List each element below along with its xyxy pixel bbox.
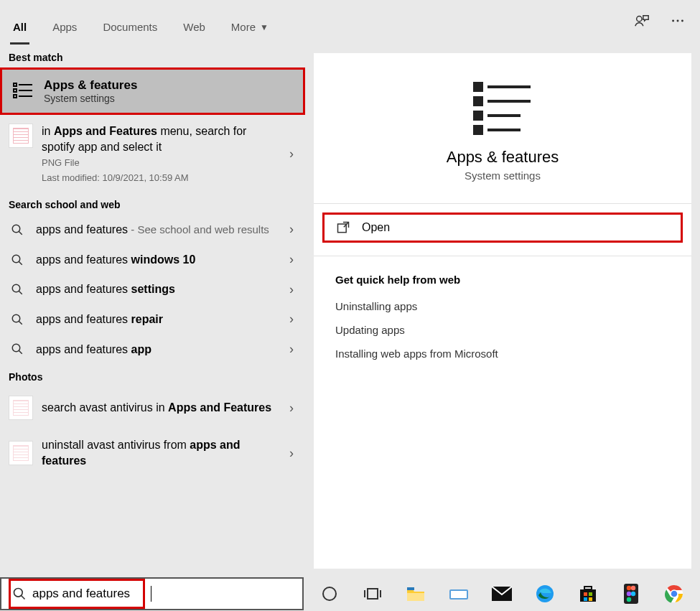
taskbar-keyboard-icon[interactable] xyxy=(443,579,475,608)
search-box[interactable] xyxy=(0,577,304,610)
taskbar-figma-icon[interactable] xyxy=(615,579,647,608)
search-scope-tabs: All Apps Documents Web More ▼ xyxy=(0,0,700,45)
open-label: Open xyxy=(362,221,390,234)
search-input[interactable] xyxy=(32,581,140,607)
chevron-right-icon[interactable]: › xyxy=(289,401,294,416)
more-options-icon[interactable] xyxy=(670,13,686,29)
apps-features-icon xyxy=(11,79,35,103)
svg-point-12 xyxy=(12,255,20,263)
search-icon xyxy=(12,587,27,601)
tab-more-label: More xyxy=(231,21,256,33)
svg-rect-24 xyxy=(475,112,482,119)
tab-all[interactable]: All xyxy=(10,14,29,45)
taskbar-microsoft-store-icon[interactable] xyxy=(572,579,604,608)
tab-documents[interactable]: Documents xyxy=(100,14,160,45)
help-link[interactable]: Uninstalling apps xyxy=(335,300,670,312)
apps-features-large-icon xyxy=(470,79,535,135)
file-result-title: in Apps and Features menu, search for sp… xyxy=(42,123,275,154)
svg-rect-38 xyxy=(451,591,467,598)
section-photos: Photos xyxy=(0,364,305,387)
tab-web[interactable]: Web xyxy=(180,14,208,45)
file-result[interactable]: in Apps and Features menu, search for sp… xyxy=(0,115,305,192)
search-icon xyxy=(9,223,26,236)
quick-help-header: Get quick help from web xyxy=(335,274,670,286)
text-cursor-icon xyxy=(151,586,151,602)
svg-line-17 xyxy=(19,321,22,325)
svg-point-48 xyxy=(627,586,631,590)
web-suggestion[interactable]: apps and features - See school and web r… xyxy=(0,215,305,245)
taskbar-cortana-icon[interactable] xyxy=(314,579,345,608)
suggestion-text: apps and features repair xyxy=(36,312,297,327)
svg-point-50 xyxy=(627,592,631,596)
help-link[interactable]: Installing web apps from Microsoft xyxy=(335,348,670,360)
detail-panel: Apps & features System settings Open Get… xyxy=(314,53,691,569)
chevron-right-icon[interactable]: › xyxy=(289,312,294,327)
file-result-modified: Last modified: 10/9/2021, 10:59 AM xyxy=(42,172,275,183)
svg-point-16 xyxy=(12,314,20,322)
best-match-result[interactable]: Apps & features System settings xyxy=(0,67,305,115)
suggestion-text: apps and features - See school and web r… xyxy=(36,222,297,238)
photo-thumbnail-icon xyxy=(9,441,33,465)
web-suggestion[interactable]: apps and features repair › xyxy=(0,304,305,335)
file-thumbnail-icon xyxy=(9,123,33,148)
suggestion-text: apps and features windows 10 xyxy=(36,252,297,268)
web-suggestion[interactable]: apps and features app › xyxy=(0,335,305,365)
svg-line-30 xyxy=(22,596,25,600)
suggestion-text: apps and features app xyxy=(36,342,297,358)
svg-rect-4 xyxy=(14,83,17,86)
web-suggestion[interactable]: apps and features windows 10 › xyxy=(0,245,305,275)
open-icon xyxy=(336,220,350,235)
tab-apps[interactable]: Apps xyxy=(50,14,80,45)
chevron-right-icon[interactable]: › xyxy=(289,342,294,357)
svg-point-51 xyxy=(631,592,635,596)
svg-rect-42 xyxy=(584,587,592,589)
chevron-right-icon[interactable]: › xyxy=(289,252,294,267)
svg-rect-44 xyxy=(589,592,592,596)
svg-point-18 xyxy=(12,345,20,353)
svg-point-52 xyxy=(627,597,631,602)
svg-rect-46 xyxy=(589,597,592,601)
tab-more[interactable]: More ▼ xyxy=(228,14,271,45)
chevron-right-icon[interactable]: › xyxy=(289,282,294,297)
open-button[interactable]: Open xyxy=(322,213,683,243)
svg-point-0 xyxy=(637,17,642,22)
svg-rect-36 xyxy=(407,587,414,590)
svg-rect-43 xyxy=(584,592,587,596)
help-link[interactable]: Updating apps xyxy=(335,324,670,336)
chevron-right-icon[interactable]: › xyxy=(289,222,294,237)
svg-line-11 xyxy=(19,231,22,235)
detail-subtitle: System settings xyxy=(314,169,691,182)
photo-result[interactable]: uninstall avast antivirus from apps and … xyxy=(0,429,305,477)
chevron-right-icon[interactable]: › xyxy=(289,146,294,161)
taskbar-chrome-icon[interactable] xyxy=(658,579,690,608)
photo-result-title: uninstall avast antivirus from apps and … xyxy=(42,437,275,468)
svg-rect-45 xyxy=(584,597,587,601)
file-result-type: PNG File xyxy=(42,157,275,168)
svg-rect-32 xyxy=(368,589,378,599)
search-icon xyxy=(9,342,26,355)
svg-rect-20 xyxy=(475,83,482,90)
photo-result-title: search avast antivirus in Apps and Featu… xyxy=(42,400,275,416)
svg-point-31 xyxy=(323,587,336,600)
best-match-title: Apps & features xyxy=(44,78,137,93)
chevron-right-icon[interactable]: › xyxy=(289,445,294,460)
photo-result[interactable]: search avast antivirus in Apps and Featu… xyxy=(0,387,305,429)
svg-line-13 xyxy=(19,261,22,265)
taskbar-edge-icon[interactable] xyxy=(529,579,561,608)
taskbar-taskview-icon[interactable] xyxy=(357,579,388,608)
best-match-subtitle: System settings xyxy=(44,93,137,104)
svg-rect-22 xyxy=(475,98,482,105)
feedback-icon[interactable] xyxy=(634,13,650,29)
svg-point-3 xyxy=(681,20,683,22)
section-best-match: Best match xyxy=(0,45,305,67)
svg-rect-8 xyxy=(14,95,17,98)
svg-line-15 xyxy=(19,291,22,294)
svg-point-29 xyxy=(14,589,23,597)
svg-rect-26 xyxy=(475,126,482,134)
results-list: Best match Apps & features System settin… xyxy=(0,45,305,577)
taskbar-file-explorer-icon[interactable] xyxy=(400,579,431,608)
search-icon xyxy=(9,253,26,266)
taskbar-mail-icon[interactable] xyxy=(486,579,518,608)
web-suggestion[interactable]: apps and features settings › xyxy=(0,274,305,304)
svg-rect-41 xyxy=(580,589,596,602)
